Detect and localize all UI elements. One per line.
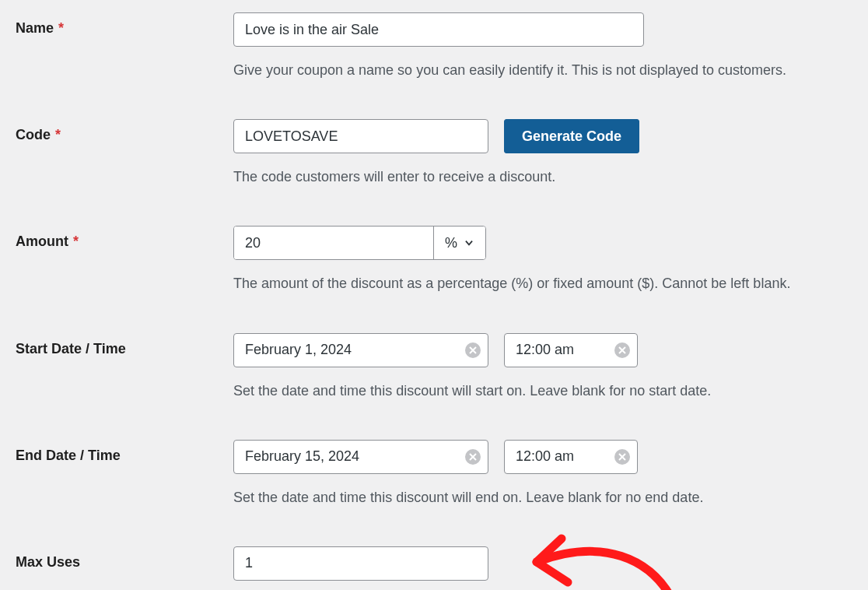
help-name: Give your coupon a name so you can easil…	[233, 61, 852, 80]
row-start: Start Date / Time Set the date and time …	[16, 333, 852, 401]
field-start: Set the date and time this discount will…	[233, 333, 852, 401]
close-icon	[469, 453, 477, 461]
label-code: Code*	[16, 119, 233, 143]
end-time-wrap	[504, 440, 638, 474]
close-icon	[469, 346, 477, 354]
label-max-uses: Max Uses	[16, 546, 233, 571]
start-time-wrap	[504, 333, 638, 367]
amount-type-symbol: %	[445, 235, 457, 251]
name-input[interactable]	[233, 12, 644, 47]
label-amount-text: Amount	[16, 234, 68, 249]
label-name-text: Name	[16, 20, 54, 36]
label-name: Name*	[16, 12, 233, 37]
row-name: Name* Give your coupon a name so you can…	[16, 12, 852, 80]
help-end: Set the date and time this discount will…	[233, 488, 852, 507]
close-icon	[618, 453, 626, 461]
start-date-input[interactable]	[233, 333, 488, 367]
coupon-form: Name* Give your coupon a name so you can…	[0, 0, 868, 590]
label-start-text: Start Date / Time	[16, 341, 126, 356]
max-uses-input[interactable]	[233, 546, 488, 581]
field-name: Give your coupon a name so you can easil…	[233, 12, 852, 80]
amount-input[interactable]	[234, 227, 433, 259]
close-icon	[618, 346, 626, 354]
code-input[interactable]	[233, 119, 488, 153]
required-asterisk: *	[55, 127, 61, 142]
required-asterisk: *	[73, 234, 79, 249]
clear-start-time-button[interactable]	[614, 342, 630, 358]
chevron-down-icon	[464, 237, 474, 248]
label-amount: Amount*	[16, 226, 233, 250]
row-code: Code* Generate Code The code customers w…	[16, 119, 852, 187]
clear-end-date-button[interactable]	[465, 449, 481, 465]
clear-end-time-button[interactable]	[614, 449, 630, 465]
help-amount: The amount of the discount as a percenta…	[233, 274, 852, 293]
field-max-uses: The total number of times this coupon ca…	[233, 546, 852, 590]
row-amount: Amount* % The amount of the discount as …	[16, 226, 852, 293]
row-end: End Date / Time Set the date and time th…	[16, 440, 852, 507]
required-asterisk: *	[58, 20, 64, 36]
row-max-uses: Max Uses The total number of times this …	[16, 546, 852, 590]
amount-group: %	[233, 226, 486, 260]
end-date-wrap	[233, 440, 488, 474]
clear-start-date-button[interactable]	[465, 342, 481, 358]
help-start: Set the date and time this discount will…	[233, 381, 852, 401]
help-code: The code customers will enter to receive…	[233, 167, 852, 187]
start-date-wrap	[233, 333, 488, 367]
label-end-text: End Date / Time	[16, 448, 121, 463]
field-amount: % The amount of the discount as a percen…	[233, 226, 852, 293]
generate-code-button[interactable]: Generate Code	[504, 119, 639, 153]
amount-type-select[interactable]: %	[433, 227, 485, 259]
end-date-input[interactable]	[233, 440, 488, 474]
field-code: Generate Code The code customers will en…	[233, 119, 852, 187]
label-code-text: Code	[16, 127, 51, 142]
label-end: End Date / Time	[16, 440, 233, 464]
field-end: Set the date and time this discount will…	[233, 440, 852, 507]
label-start: Start Date / Time	[16, 333, 233, 357]
label-max-uses-text: Max Uses	[16, 554, 80, 570]
